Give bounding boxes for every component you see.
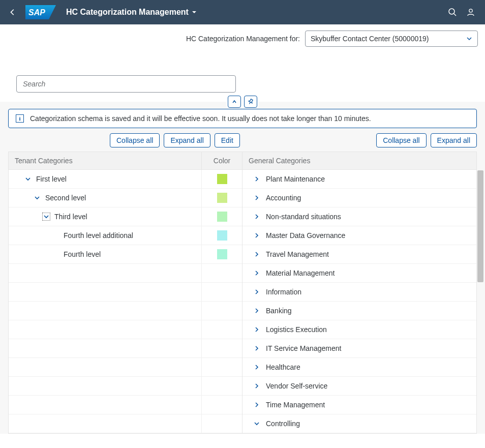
sap-logo: SAP [25, 5, 56, 19]
general-category-row[interactable]: Non-standard situations [243, 207, 476, 226]
empty-row [9, 358, 242, 377]
chevron-right-icon[interactable] [253, 231, 261, 240]
general-category-row[interactable]: Healthcare [243, 358, 476, 377]
general-category-label: Accounting [266, 194, 301, 202]
edit-button[interactable]: Edit [215, 133, 240, 147]
general-category-row[interactable]: Banking [243, 302, 476, 320]
general-category-label: Travel Management [266, 250, 329, 258]
general-category-row[interactable]: IT Service Management [243, 339, 476, 358]
svg-point-1 [449, 9, 454, 14]
empty-row [9, 339, 242, 358]
general-category-row[interactable]: Time Management [243, 396, 476, 414]
context-bar: HC Categorization Management for: Skybuf… [0, 24, 485, 50]
color-swatch [217, 193, 227, 203]
search-input[interactable] [16, 75, 236, 93]
chevron-right-icon[interactable] [253, 344, 261, 352]
general-category-label: Material Management [266, 269, 335, 277]
chevron-right-icon[interactable] [253, 401, 261, 409]
empty-row [9, 302, 242, 320]
info-message: i Categorization schema is saved and it … [8, 109, 477, 128]
general-category-label: Non-standard situations [266, 213, 341, 221]
general-category-row[interactable]: Accounting [243, 189, 476, 207]
tenant-select[interactable]: Skybuffer Contact Center (50000019) [305, 31, 478, 47]
pin-panel-button[interactable] [244, 96, 257, 108]
general-category-row[interactable]: Travel Management [243, 245, 476, 264]
general-category-row[interactable]: Plant Maintenance [243, 170, 476, 189]
chevron-down-icon[interactable] [253, 420, 261, 428]
general-category-label: Healthcare [266, 363, 300, 371]
empty-row [9, 320, 242, 339]
color-swatch [217, 249, 227, 259]
scrollbar[interactable] [477, 170, 483, 282]
tenant-category-row[interactable]: Fourth level [9, 245, 242, 264]
tenant-category-row[interactable]: First level [9, 170, 242, 189]
empty-row [9, 264, 242, 283]
chevron-right-icon[interactable] [253, 269, 261, 277]
color-header: Color [201, 152, 242, 169]
back-button[interactable] [5, 9, 20, 16]
tenant-categories-header: Tenant Categories [9, 152, 201, 169]
caret-down-icon [192, 10, 197, 15]
chevron-down-icon[interactable] [24, 175, 32, 183]
general-category-label: Information [266, 288, 301, 296]
main-area: i Categorization schema is saved and it … [0, 102, 485, 434]
general-category-row[interactable]: Vendor Self-service [243, 377, 476, 396]
general-category-row[interactable]: Logistics Execution [243, 320, 476, 339]
general-categories-header: General Categories [243, 152, 476, 169]
tenant-category-label: Second level [45, 194, 86, 202]
collapse-all-right-button[interactable]: Collapse all [376, 133, 426, 147]
chevron-right-icon[interactable] [253, 307, 261, 315]
actions-row: Collapse all Expand all Edit Collapse al… [8, 128, 477, 152]
page-title-dropdown[interactable]: HC Categorization Management [66, 8, 197, 17]
chevron-right-icon[interactable] [253, 288, 261, 296]
chevron-right-icon[interactable] [253, 250, 261, 258]
general-categories-panel: General Categories Plant MaintenanceAcco… [243, 152, 476, 433]
tenant-category-label: Third level [54, 213, 87, 221]
chevron-right-icon[interactable] [253, 382, 261, 390]
page-title-text: HC Categorization Management [66, 8, 189, 17]
category-columns: Tenant Categories Color First level Seco… [8, 152, 477, 434]
empty-row [9, 283, 242, 302]
info-text: Categorization schema is saved and it wi… [30, 114, 371, 123]
chevron-right-icon[interactable] [253, 325, 261, 334]
chevron-right-icon[interactable] [253, 175, 261, 183]
general-category-row[interactable]: Master Data Governance [243, 226, 476, 245]
collapse-panel-button[interactable] [228, 96, 241, 108]
color-swatch [217, 212, 227, 222]
chevron-right-icon[interactable] [253, 213, 261, 221]
general-category-row[interactable]: Material Management [243, 264, 476, 283]
general-category-row[interactable]: Controlling [243, 414, 476, 433]
chevron-down-icon[interactable] [42, 213, 50, 221]
user-icon [466, 8, 475, 17]
color-swatch [217, 174, 227, 184]
tenant-category-label: Fourth level [64, 250, 101, 258]
general-category-label: Banking [266, 307, 292, 315]
chevron-down-icon [466, 36, 472, 42]
user-button[interactable] [462, 3, 480, 21]
tenant-category-row[interactable]: Fourth level additional [9, 226, 242, 245]
search-button[interactable] [443, 3, 462, 21]
expand-all-left-button[interactable]: Expand all [164, 133, 210, 147]
tenant-select-value: Skybuffer Contact Center (50000019) [311, 35, 429, 43]
chevron-right-icon[interactable] [253, 363, 261, 371]
color-swatch [217, 230, 227, 241]
empty-row [9, 414, 242, 433]
general-category-label: Time Management [266, 401, 325, 409]
expand-all-right-button[interactable]: Expand all [431, 133, 477, 147]
collapse-all-left-button[interactable]: Collapse all [110, 133, 160, 147]
chevron-up-icon [232, 99, 237, 104]
chevron-left-icon [9, 9, 16, 16]
general-category-label: Plant Maintenance [266, 175, 325, 183]
general-category-label: Controlling [266, 420, 300, 428]
svg-point-3 [469, 9, 472, 12]
general-category-row[interactable]: Information [243, 283, 476, 302]
pin-icon [248, 99, 254, 105]
tenant-category-label: Fourth level additional [64, 231, 133, 240]
tenant-category-row[interactable]: Third level [9, 207, 242, 226]
tenant-category-row[interactable]: Second level [9, 189, 242, 207]
chevron-down-icon[interactable] [33, 194, 41, 202]
chevron-right-icon[interactable] [253, 194, 261, 202]
search-icon [448, 8, 457, 17]
svg-line-2 [454, 14, 456, 16]
empty-row [9, 396, 242, 414]
